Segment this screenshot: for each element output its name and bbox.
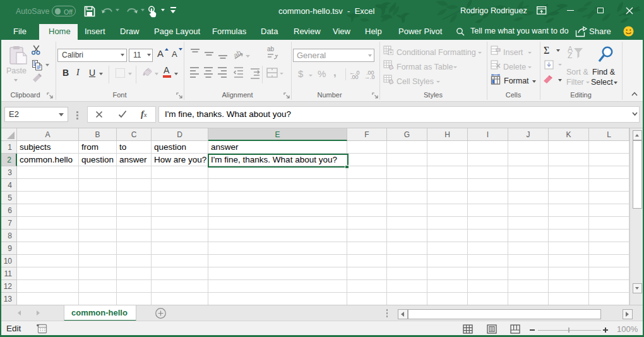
svg-text:ab: ab	[267, 46, 275, 52]
